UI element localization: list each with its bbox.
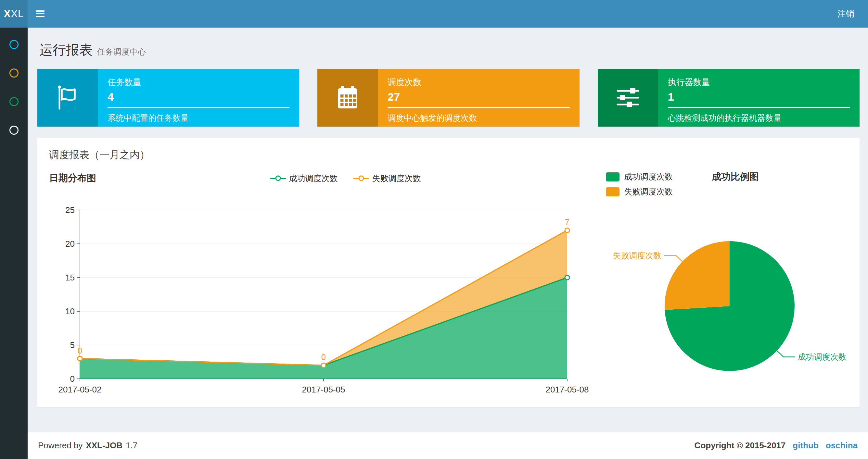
info-box-row: 任务数量 4 系统中配置的任务数量 [37, 69, 860, 127]
svg-text:7: 7 [565, 218, 569, 227]
success-ratio-chart: 成功调度次数 失败调度次数 成功比例图 成功调度次数失败调度次数 [595, 171, 850, 406]
page-subtitle: 任务调度中心 [97, 46, 146, 57]
calendar-icon [317, 69, 378, 127]
date-distribution-chart: 日期分布图 成功调度次数 [49, 171, 595, 406]
svg-text:10: 10 [65, 306, 75, 316]
legend-label: 成功调度次数 [624, 171, 673, 182]
info-box-body: 任务数量 4 系统中配置的任务数量 [98, 69, 299, 127]
circle-icon [9, 68, 19, 77]
flag-icon [37, 69, 98, 127]
svg-text:5: 5 [70, 340, 75, 350]
info-box-value: 27 [388, 91, 569, 103]
product-name: XXL-JOB [86, 440, 122, 451]
line-chart-legend: 成功调度次数 失败调度次数 [96, 173, 595, 184]
page-title: 运行报表 [39, 41, 93, 59]
github-link[interactable]: github [793, 440, 818, 451]
svg-text:25: 25 [65, 205, 75, 215]
svg-text:20: 20 [65, 239, 75, 249]
circle-icon [9, 40, 19, 49]
top-navbar: XXL 注销 [0, 0, 868, 28]
sidebar-item-1[interactable] [0, 35, 28, 54]
report-panel: 调度报表（一月之内） 日期分布图 成功调度次数 [37, 138, 860, 407]
info-box-divider [107, 107, 289, 108]
footer: Powered by XXL-JOB 1.7 Copyright © 2015-… [28, 432, 868, 459]
info-box-value: 4 [107, 91, 289, 103]
line-chart-svg: 05101520252017-05-022017-05-052017-05-08… [49, 202, 595, 406]
content-area: 运行报表 任务调度中心 任务数量 4 系统中配置的任务数量 [28, 28, 868, 432]
circle-icon [9, 97, 19, 106]
pie-chart-title: 成功比例图 [712, 171, 759, 182]
line-marker-icon [270, 175, 286, 182]
info-box-body: 调度次数 27 调度中心触发的调度次数 [378, 69, 579, 127]
info-box-jobs: 任务数量 4 系统中配置的任务数量 [37, 69, 299, 127]
info-box-description: 系统中配置的任务数量 [107, 112, 289, 123]
oschina-link[interactable]: oschina [826, 440, 858, 451]
line-chart-title: 日期分布图 [49, 172, 96, 185]
svg-text:15: 15 [65, 273, 75, 283]
sidebar-toggle-button[interactable] [28, 0, 53, 28]
app-logo[interactable]: XXL [0, 0, 28, 28]
sidebar-item-4[interactable] [0, 121, 28, 140]
legend-item-fail[interactable]: 失败调度次数 [606, 186, 673, 197]
svg-text:失败调度次数: 失败调度次数 [613, 251, 661, 260]
sliders-icon [598, 69, 658, 127]
report-panel-title: 调度报表（一月之内） [37, 147, 860, 167]
info-box-title: 任务数量 [107, 76, 289, 88]
hamburger-icon [36, 10, 44, 17]
legend-item-success[interactable]: 成功调度次数 [270, 173, 338, 184]
legend-label: 成功调度次数 [289, 173, 338, 184]
logo-text-rest: XL [11, 8, 24, 20]
legend-swatch-icon [606, 187, 619, 196]
info-box-description: 调度中心触发的调度次数 [388, 112, 569, 123]
legend-item-fail[interactable]: 失败调度次数 [353, 173, 421, 184]
pie-chart-legend: 成功调度次数 失败调度次数 [606, 171, 673, 197]
info-box-triggers: 调度次数 27 调度中心触发的调度次数 [317, 69, 579, 127]
svg-text:2017-05-08: 2017-05-08 [546, 385, 589, 394]
info-box-divider [668, 107, 850, 108]
info-box-title: 执行器数量 [668, 76, 850, 88]
sidebar-item-3[interactable] [0, 92, 28, 111]
sidebar-item-2[interactable] [0, 63, 28, 83]
circle-icon [9, 126, 19, 135]
logo-text-bold: X [4, 8, 11, 20]
info-box-value: 1 [668, 91, 850, 103]
sidebar [0, 28, 28, 459]
line-chart-header: 日期分布图 成功调度次数 [49, 171, 595, 185]
svg-text:2017-05-05: 2017-05-05 [302, 385, 345, 394]
product-version: 1.7 [126, 440, 137, 451]
info-box-executors: 执行器数量 1 心跳检测成功的执行器机器数量 [598, 69, 860, 127]
legend-label: 失败调度次数 [372, 173, 421, 184]
svg-text:成功调度次数: 成功调度次数 [798, 352, 846, 361]
pie-chart-svg: 成功调度次数失败调度次数 [606, 199, 853, 400]
line-marker-icon [353, 175, 369, 182]
svg-text:0: 0 [70, 374, 75, 384]
footer-links: github oschina [793, 440, 858, 451]
logout-button[interactable]: 注销 [824, 0, 868, 28]
svg-text:0: 0 [78, 346, 82, 355]
svg-text:2017-05-02: 2017-05-02 [59, 385, 102, 394]
info-box-description: 心跳检测成功的执行器机器数量 [668, 112, 850, 123]
legend-swatch-icon [606, 172, 619, 182]
copyright-text: Copyright © 2015-2017 [694, 440, 786, 451]
info-box-body: 执行器数量 1 心跳检测成功的执行器机器数量 [658, 69, 860, 127]
charts-row: 日期分布图 成功调度次数 [37, 167, 860, 406]
powered-by-text: Powered by [38, 440, 83, 451]
page-header: 运行报表 任务调度中心 [28, 28, 868, 59]
svg-text:0: 0 [321, 353, 326, 362]
info-box-title: 调度次数 [388, 76, 569, 88]
legend-label: 失败调度次数 [624, 186, 673, 197]
info-box-divider [388, 107, 569, 108]
pie-chart-header: 成功调度次数 失败调度次数 成功比例图 [606, 171, 850, 197]
legend-item-success[interactable]: 成功调度次数 [606, 171, 673, 182]
